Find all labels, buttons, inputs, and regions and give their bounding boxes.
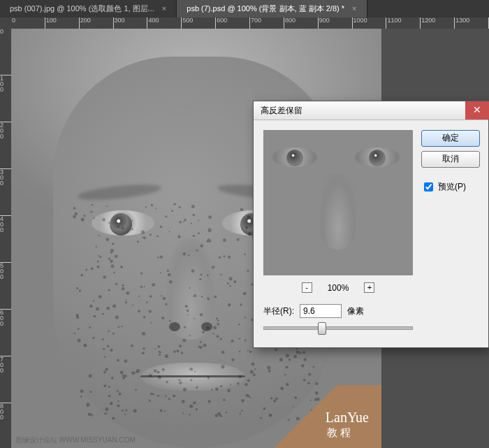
- ruler-horizontal[interactable]: 0100200300400500600700800900100011001200…: [11, 17, 489, 29]
- svg-point-374: [87, 405, 89, 407]
- radius-unit: 像素: [347, 305, 364, 317]
- document-tab[interactable]: psb (007).jpg @ 100% (选取颜色 1, 图层... ×: [0, 0, 177, 17]
- preview-checkbox-row[interactable]: 预览(P): [421, 180, 466, 194]
- svg-point-226: [86, 403, 89, 407]
- filter-preview[interactable]: [263, 130, 413, 275]
- document-tab-active[interactable]: psb (7).psd @ 100% (背景 副本, 蓝 副本 2/8) * ×: [177, 0, 367, 17]
- ok-button[interactable]: 确定: [421, 130, 480, 147]
- cancel-button[interactable]: 取消: [421, 151, 480, 168]
- signature-overlay: LanYue 教程: [249, 385, 381, 448]
- watermark-text: 思缘设计论坛 WWW.MISSYUAN.COM: [15, 435, 136, 445]
- radius-input[interactable]: [300, 304, 342, 318]
- signature-cn: 教程: [327, 426, 353, 440]
- ruler-vertical[interactable]: 0100200300400500600700800: [0, 29, 12, 448]
- svg-point-277: [90, 414, 93, 417]
- close-icon[interactable]: ×: [352, 4, 356, 13]
- tab-label: psb (7).psd @ 100% (背景 副本, 蓝 副本 2/8) *: [187, 4, 344, 13]
- slider-track: [263, 326, 413, 330]
- radius-slider[interactable]: [263, 321, 413, 333]
- dialog-titlebar[interactable]: 高反差保留 ✕: [254, 101, 488, 120]
- radius-label: 半径(R):: [263, 305, 294, 317]
- tab-label: psb (007).jpg @ 100% (选取颜色 1, 图层...: [10, 4, 154, 13]
- zoom-out-button[interactable]: -: [302, 282, 312, 293]
- svg-point-88: [80, 396, 82, 398]
- document-tabs: psb (007).jpg @ 100% (选取颜色 1, 图层... × ps…: [0, 0, 489, 18]
- preview-checkbox-label: 预览(P): [438, 181, 466, 193]
- slider-thumb[interactable]: [318, 322, 326, 335]
- high-pass-dialog: 高反差保留 ✕ 确定 取消 预览(P) - 100% +: [253, 101, 489, 348]
- zoom-level: 100%: [328, 283, 349, 293]
- preview-checkbox[interactable]: [424, 182, 433, 192]
- svg-point-112: [88, 412, 91, 415]
- close-icon[interactable]: ✕: [465, 101, 489, 120]
- zoom-in-button[interactable]: +: [364, 282, 374, 293]
- dialog-title: 高反差保留: [261, 101, 302, 120]
- close-icon[interactable]: ×: [162, 4, 166, 13]
- signature-script: LanYue: [326, 410, 369, 426]
